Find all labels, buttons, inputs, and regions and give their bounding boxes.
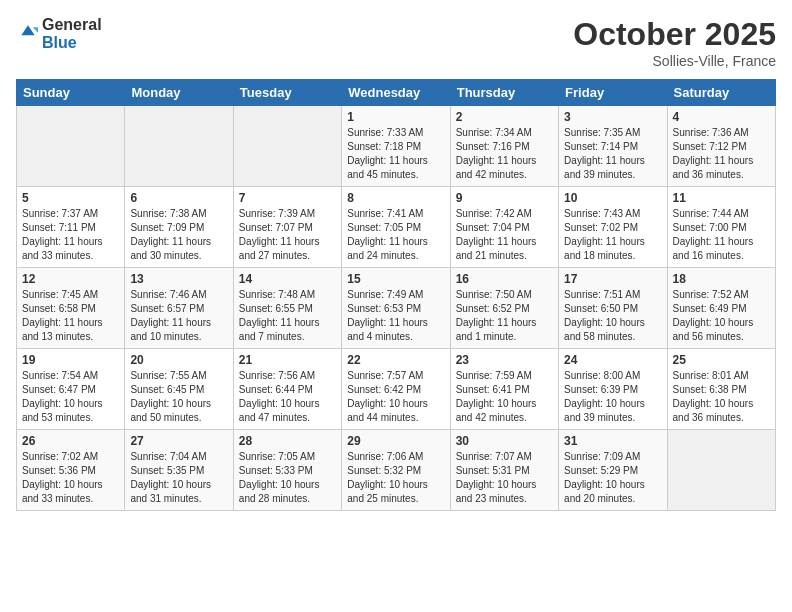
cell-info: Sunset: 7:12 PM [673,141,747,152]
cell-info: Sunset: 6:42 PM [347,384,421,395]
cell-info: Daylight: 11 hours and 39 minutes. [564,155,645,180]
day-number: 15 [347,272,444,286]
cell-info: Daylight: 11 hours and 27 minutes. [239,236,320,261]
cell-info: Daylight: 10 hours and 33 minutes. [22,479,103,504]
column-header-monday: Monday [125,80,233,106]
day-number: 29 [347,434,444,448]
day-number: 12 [22,272,119,286]
cell-info: Daylight: 10 hours and 58 minutes. [564,317,645,342]
cell-info: Sunrise: 7:07 AM [456,451,532,462]
calendar-cell [17,106,125,187]
cell-info: Sunset: 6:55 PM [239,303,313,314]
cell-info: Sunset: 6:52 PM [456,303,530,314]
day-number: 18 [673,272,770,286]
cell-info: Daylight: 11 hours and 13 minutes. [22,317,103,342]
calendar-cell: 30Sunrise: 7:07 AMSunset: 5:31 PMDayligh… [450,430,558,511]
cell-info: Sunrise: 8:00 AM [564,370,640,381]
calendar-cell: 28Sunrise: 7:05 AMSunset: 5:33 PMDayligh… [233,430,341,511]
day-number: 1 [347,110,444,124]
cell-info: Sunset: 6:41 PM [456,384,530,395]
column-header-saturday: Saturday [667,80,775,106]
page-header: General Blue October 2025 Sollies-Ville,… [16,16,776,69]
cell-info: Sunrise: 7:02 AM [22,451,98,462]
cell-info: Sunrise: 7:44 AM [673,208,749,219]
day-number: 25 [673,353,770,367]
day-number: 31 [564,434,661,448]
cell-info: Sunset: 5:31 PM [456,465,530,476]
cell-info: Sunset: 6:53 PM [347,303,421,314]
cell-info: Daylight: 10 hours and 20 minutes. [564,479,645,504]
cell-info: Sunrise: 7:56 AM [239,370,315,381]
logo-blue-text: Blue [42,34,102,52]
day-number: 2 [456,110,553,124]
cell-info: Daylight: 11 hours and 30 minutes. [130,236,211,261]
cell-info: Sunrise: 7:35 AM [564,127,640,138]
day-number: 13 [130,272,227,286]
cell-info: Sunset: 7:02 PM [564,222,638,233]
cell-info: Sunrise: 7:06 AM [347,451,423,462]
day-number: 17 [564,272,661,286]
calendar-cell: 27Sunrise: 7:04 AMSunset: 5:35 PMDayligh… [125,430,233,511]
calendar-week-5: 26Sunrise: 7:02 AMSunset: 5:36 PMDayligh… [17,430,776,511]
logo-general-text: General [42,16,102,34]
calendar-cell: 16Sunrise: 7:50 AMSunset: 6:52 PMDayligh… [450,268,558,349]
day-number: 22 [347,353,444,367]
calendar-header-row: SundayMondayTuesdayWednesdayThursdayFrid… [17,80,776,106]
cell-info: Sunset: 5:36 PM [22,465,96,476]
calendar-cell: 12Sunrise: 7:45 AMSunset: 6:58 PMDayligh… [17,268,125,349]
calendar-cell: 31Sunrise: 7:09 AMSunset: 5:29 PMDayligh… [559,430,667,511]
cell-info: Daylight: 10 hours and 39 minutes. [564,398,645,423]
cell-info: Sunrise: 7:38 AM [130,208,206,219]
calendar-cell: 21Sunrise: 7:56 AMSunset: 6:44 PMDayligh… [233,349,341,430]
cell-info: Sunrise: 7:49 AM [347,289,423,300]
cell-info: Daylight: 10 hours and 28 minutes. [239,479,320,504]
cell-info: Daylight: 11 hours and 1 minute. [456,317,537,342]
calendar-cell: 26Sunrise: 7:02 AMSunset: 5:36 PMDayligh… [17,430,125,511]
cell-info: Sunrise: 7:54 AM [22,370,98,381]
day-number: 11 [673,191,770,205]
calendar-week-4: 19Sunrise: 7:54 AMSunset: 6:47 PMDayligh… [17,349,776,430]
calendar-cell [125,106,233,187]
cell-info: Sunset: 6:49 PM [673,303,747,314]
cell-info: Sunrise: 7:59 AM [456,370,532,381]
calendar-cell: 13Sunrise: 7:46 AMSunset: 6:57 PMDayligh… [125,268,233,349]
cell-info: Daylight: 11 hours and 18 minutes. [564,236,645,261]
calendar-table: SundayMondayTuesdayWednesdayThursdayFrid… [16,79,776,511]
calendar-cell: 6Sunrise: 7:38 AMSunset: 7:09 PMDaylight… [125,187,233,268]
calendar-cell: 9Sunrise: 7:42 AMSunset: 7:04 PMDaylight… [450,187,558,268]
cell-info: Daylight: 11 hours and 21 minutes. [456,236,537,261]
logo-icon [18,22,38,42]
cell-info: Daylight: 10 hours and 42 minutes. [456,398,537,423]
cell-info: Sunrise: 7:48 AM [239,289,315,300]
cell-info: Sunrise: 7:51 AM [564,289,640,300]
calendar-cell: 22Sunrise: 7:57 AMSunset: 6:42 PMDayligh… [342,349,450,430]
cell-info: Sunset: 7:16 PM [456,141,530,152]
cell-info: Sunrise: 7:05 AM [239,451,315,462]
cell-info: Sunrise: 7:43 AM [564,208,640,219]
day-number: 5 [22,191,119,205]
cell-info: Sunset: 5:29 PM [564,465,638,476]
cell-info: Daylight: 10 hours and 31 minutes. [130,479,211,504]
title-block: October 2025 Sollies-Ville, France [573,16,776,69]
cell-info: Sunrise: 7:46 AM [130,289,206,300]
cell-info: Sunset: 7:04 PM [456,222,530,233]
calendar-cell: 20Sunrise: 7:55 AMSunset: 6:45 PMDayligh… [125,349,233,430]
calendar-cell: 3Sunrise: 7:35 AMSunset: 7:14 PMDaylight… [559,106,667,187]
calendar-cell: 24Sunrise: 8:00 AMSunset: 6:39 PMDayligh… [559,349,667,430]
cell-info: Daylight: 10 hours and 56 minutes. [673,317,754,342]
cell-info: Sunset: 7:00 PM [673,222,747,233]
calendar-cell: 1Sunrise: 7:33 AMSunset: 7:18 PMDaylight… [342,106,450,187]
cell-info: Sunrise: 7:52 AM [673,289,749,300]
cell-info: Sunset: 6:38 PM [673,384,747,395]
calendar-cell: 23Sunrise: 7:59 AMSunset: 6:41 PMDayligh… [450,349,558,430]
cell-info: Daylight: 11 hours and 7 minutes. [239,317,320,342]
calendar-cell: 25Sunrise: 8:01 AMSunset: 6:38 PMDayligh… [667,349,775,430]
cell-info: Daylight: 11 hours and 10 minutes. [130,317,211,342]
calendar-week-3: 12Sunrise: 7:45 AMSunset: 6:58 PMDayligh… [17,268,776,349]
cell-info: Daylight: 10 hours and 23 minutes. [456,479,537,504]
calendar-cell: 8Sunrise: 7:41 AMSunset: 7:05 PMDaylight… [342,187,450,268]
column-header-friday: Friday [559,80,667,106]
cell-info: Sunset: 5:32 PM [347,465,421,476]
cell-info: Sunrise: 7:42 AM [456,208,532,219]
cell-info: Sunset: 6:39 PM [564,384,638,395]
